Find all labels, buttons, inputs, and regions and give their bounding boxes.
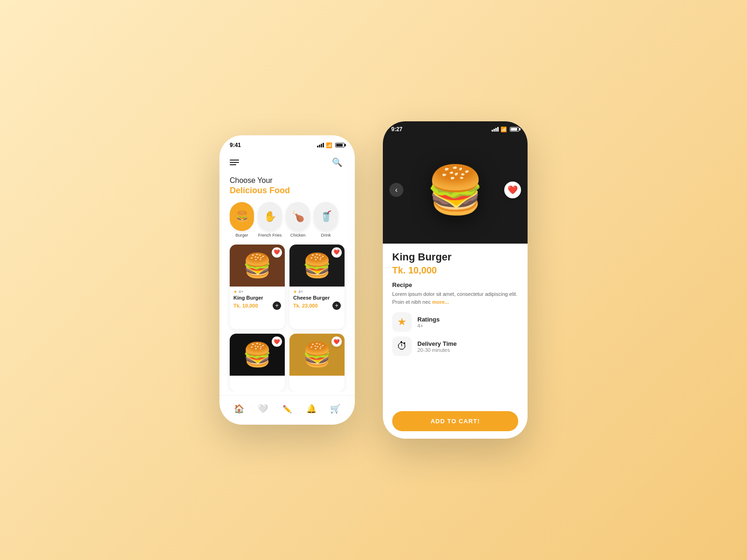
category-chicken-icon-wrap: 🍗: [286, 202, 310, 231]
search-button[interactable]: 🔍: [330, 155, 345, 170]
bottom-nav: 🏠 🤍 ✏️ 🔔 🛒: [219, 395, 355, 425]
category-drink-icon-wrap: 🥤: [314, 202, 338, 231]
time-1: 9:41: [230, 142, 241, 148]
ratings-value: 4+: [417, 323, 440, 329]
category-burger[interactable]: 🍔 Burger: [230, 202, 254, 238]
food-grid: 🍔 ❤️ ★4+ King Burger Tk. 10,000 + 🍔 ❤️ ★…: [219, 238, 355, 392]
chicken-icon: 🍗: [292, 210, 304, 223]
category-drink[interactable]: 🥤 Drink: [314, 202, 338, 238]
battery-icon-2: [510, 127, 519, 132]
product-price: Tk. 10,000: [392, 265, 518, 276]
wifi-icon-2: 📶: [500, 126, 507, 133]
add-btn-2[interactable]: +: [332, 301, 341, 310]
delivery-info: Delivery Time 20-30 minutes: [417, 340, 457, 353]
food-card-veggie-burger[interactable]: 🍔 ❤️: [289, 334, 345, 392]
veggie-burger-image: 🍔: [303, 341, 331, 368]
category-fries[interactable]: ✋ French Fries: [258, 202, 282, 238]
heart-badge-2[interactable]: ❤️: [331, 247, 342, 258]
status-icons-2: 📶: [492, 126, 519, 133]
king-burger-image: 🍔: [243, 252, 272, 279]
signal-icon: [317, 143, 324, 147]
rating-1: 4+: [239, 289, 243, 294]
status-bar-1: 9:41 📶: [219, 135, 355, 151]
food-name-2: Cheese Burger: [293, 295, 341, 301]
drink-icon: 🥤: [320, 210, 332, 223]
menu-button[interactable]: [230, 160, 239, 165]
category-chicken-label: Chicken: [290, 233, 306, 238]
heart-badge-1[interactable]: ❤️: [272, 247, 282, 258]
food-card-king-burger[interactable]: 🍔 ❤️ ★4+ King Burger Tk. 10,000 +: [230, 245, 285, 329]
time-2: 9:27: [391, 126, 402, 133]
add-to-cart-button[interactable]: ADD TO CART!: [392, 411, 518, 431]
food-card-cheese-burger[interactable]: 🍔 ❤️ ★4+ Cheese Burger Tk. 23,000 +: [289, 245, 345, 329]
phone-1: 9:41 📶 🔍 Choose Your Delicious Food 🍔 Bu…: [219, 135, 355, 425]
nav-home[interactable]: 🏠: [231, 400, 247, 417]
tagline: Choose Your Delicious Food: [219, 170, 355, 196]
status-icons-1: 📶: [317, 142, 345, 148]
category-fries-icon-wrap: ✋: [258, 202, 282, 231]
delivery-row: ⏱ Delivery Time 20-30 minutes: [392, 336, 518, 356]
nav-bell[interactable]: 🔔: [303, 400, 320, 417]
recipe-more-link[interactable]: more...: [432, 299, 449, 305]
battery-icon: [335, 143, 345, 147]
food-price-2: Tk. 23,000: [293, 303, 318, 308]
rating-2: 4+: [298, 289, 303, 294]
phone-2: 9:27 📶 ‹ 🍔 ❤️ King Burger Tk. 10,000 Rec…: [383, 121, 528, 439]
recipe-section: Recipe Lorem ipsum dolor sit amet, conse…: [392, 281, 518, 306]
category-list: 🍔 Burger ✋ French Fries 🍗 Chicken 🥤 Drin…: [219, 196, 355, 238]
fries-icon: ✋: [264, 210, 276, 223]
ratings-label: Ratings: [417, 316, 440, 323]
back-button[interactable]: ‹: [389, 183, 403, 197]
header-1: 🔍: [219, 151, 355, 170]
ratings-row: ★ Ratings 4+: [392, 312, 518, 332]
recipe-text: Lorem ipsum dolor sit amet, consectetur …: [392, 290, 518, 306]
food-name-1: King Burger: [233, 295, 281, 301]
clock-icon: ⏱: [397, 340, 407, 352]
category-fries-label: French Fries: [258, 233, 282, 238]
status-bar-2: 9:27 📶: [383, 121, 528, 136]
nav-cart[interactable]: 🛒: [327, 400, 344, 417]
star-icon-wrap: ★: [392, 312, 412, 332]
product-image-section: ‹ 🍔 ❤️: [383, 136, 528, 244]
delivery-label: Delivery Time: [417, 340, 457, 347]
nav-edit[interactable]: ✏️: [279, 400, 296, 417]
burger-icon: 🍔: [236, 210, 248, 223]
category-drink-label: Drink: [321, 233, 331, 238]
food-card-black-burger[interactable]: 🍔 ❤️: [230, 334, 285, 392]
nav-heart[interactable]: 🤍: [254, 400, 271, 417]
wifi-icon: 📶: [326, 142, 332, 148]
product-details: King Burger Tk. 10,000 Recipe Lorem ipsu…: [383, 244, 528, 405]
delivery-value: 20-30 minutes: [417, 347, 457, 353]
recipe-title: Recipe: [392, 281, 518, 288]
category-burger-icon-wrap: 🍔: [230, 202, 254, 231]
ratings-info: Ratings 4+: [417, 316, 440, 329]
tagline-main: Delicious Food: [230, 186, 345, 196]
product-name: King Burger: [392, 251, 518, 263]
product-hero-image: 🍔: [426, 162, 485, 217]
add-btn-1[interactable]: +: [273, 301, 281, 310]
star-icon: ★: [397, 316, 407, 328]
black-burger-image: 🍔: [243, 341, 272, 368]
tagline-sub: Choose Your: [230, 176, 345, 185]
category-burger-label: Burger: [235, 233, 248, 238]
category-chicken[interactable]: 🍗 Chicken: [286, 202, 310, 238]
food-price-1: Tk. 10,000: [233, 303, 258, 308]
favorite-button[interactable]: ❤️: [504, 182, 521, 198]
clock-icon-wrap: ⏱: [392, 336, 412, 356]
signal-icon-2: [492, 127, 499, 132]
cheese-burger-image: 🍔: [303, 252, 331, 279]
